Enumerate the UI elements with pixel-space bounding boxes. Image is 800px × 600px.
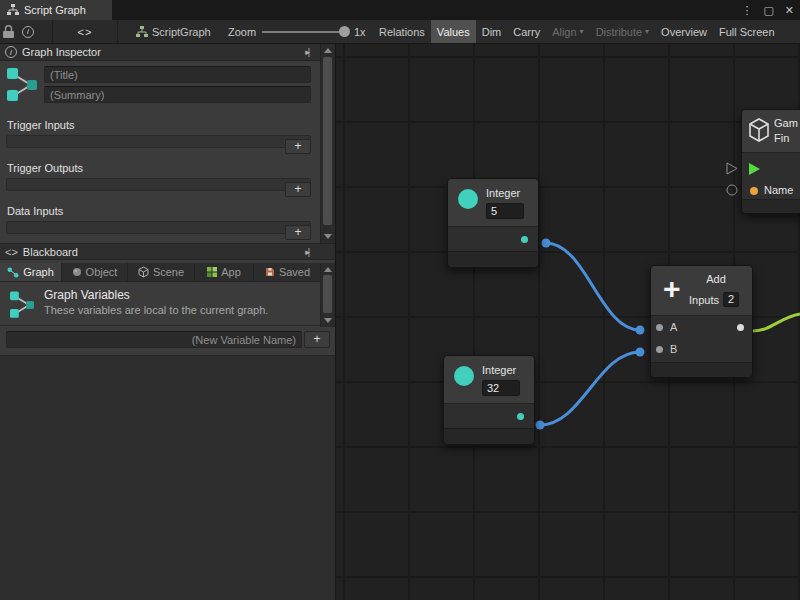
node-gameobject-find[interactable]: Gam Fin Name xyxy=(741,109,800,214)
window-menu-icon[interactable]: ⋮ xyxy=(741,4,752,17)
tab-app[interactable]: App xyxy=(195,263,254,281)
tab-object[interactable]: Object xyxy=(62,263,128,281)
port-row-b: B xyxy=(651,338,752,360)
inputs-count-field[interactable]: 2 xyxy=(723,292,739,307)
node-title-line2: Fin xyxy=(774,132,789,144)
inputs-label: Inputs xyxy=(689,294,719,306)
new-variable-add-button[interactable]: + xyxy=(304,331,330,348)
close-icon[interactable]: ✕ xyxy=(785,4,794,17)
data-inputs-list xyxy=(6,221,311,234)
dock-icon[interactable]: ▸| xyxy=(305,47,308,57)
zoom-value: 1x xyxy=(354,20,366,43)
graph-inspector-header: i Graph Inspector ▸| xyxy=(0,44,335,61)
data-inputs-add-button[interactable]: + xyxy=(285,225,311,240)
trigger-inputs-add-button[interactable]: + xyxy=(285,139,311,154)
scroll-up-icon[interactable] xyxy=(324,267,332,272)
node-integer-32[interactable]: Integer 32 xyxy=(443,355,535,445)
wire-endpoint[interactable] xyxy=(636,326,645,335)
title-bar: Script Graph ⋮ ▢ ✕ xyxy=(0,0,800,20)
node-add[interactable]: + Add Inputs 2 A B xyxy=(650,265,753,378)
graph-title-input[interactable] xyxy=(44,66,311,83)
tab-saved[interactable]: Saved xyxy=(254,263,321,281)
graph-variables-icon xyxy=(7,289,37,323)
output-port[interactable] xyxy=(737,324,744,331)
wire-endpoint[interactable] xyxy=(536,421,545,430)
trigger-inputs-label: Trigger Inputs xyxy=(7,119,74,131)
wire-endpoint[interactable] xyxy=(636,348,645,357)
name-input-port[interactable] xyxy=(750,187,758,195)
info-icon[interactable]: i xyxy=(22,20,34,43)
toolbar-button-fullscreen[interactable]: Full Screen xyxy=(713,20,781,43)
scroll-down-icon[interactable] xyxy=(324,318,332,323)
output-port[interactable] xyxy=(521,236,528,243)
graph-variables-note: These variables are local to the current… xyxy=(44,304,268,316)
script-graph-icon xyxy=(7,4,19,16)
dock-icon[interactable]: ▸| xyxy=(305,247,308,257)
integer-type-icon xyxy=(458,189,478,209)
graph-canvas[interactable]: Integer 5 Integer 32 + Add xyxy=(336,44,800,600)
chevron-down-icon: ▾ xyxy=(645,27,649,36)
scroll-up-icon[interactable] xyxy=(324,48,332,53)
toolbar-button-align[interactable]: Align ▾ xyxy=(546,20,589,43)
tab-title: Script Graph xyxy=(24,4,86,16)
blackboard-scrollbar[interactable] xyxy=(320,263,335,327)
node-integer-5[interactable]: Integer 5 xyxy=(447,178,539,268)
toolbar-button-carry[interactable]: Carry xyxy=(507,20,546,43)
node-title: Add xyxy=(695,273,737,285)
toolbar-button-dim[interactable]: Dim xyxy=(476,20,508,43)
toolbar-button-overview[interactable]: Overview xyxy=(655,20,713,43)
zoom-slider[interactable] xyxy=(262,20,350,43)
scrollbar-thumb[interactable] xyxy=(323,57,332,225)
data-inputs-label: Data Inputs xyxy=(7,205,63,217)
input-port-b[interactable] xyxy=(656,346,663,353)
maximize-icon[interactable]: ▢ xyxy=(763,4,773,17)
port-label: A xyxy=(670,321,677,333)
trigger-outputs-add-button[interactable]: + xyxy=(285,182,311,197)
trigger-connect-zone-icon[interactable] xyxy=(727,163,737,174)
graph-variables-title: Graph Variables xyxy=(44,288,130,302)
wire-int32-to-b[interactable] xyxy=(540,352,640,425)
port-label: B xyxy=(670,343,677,355)
wire-endpoint[interactable] xyxy=(542,239,551,248)
graph-inspector-title: Graph Inspector xyxy=(22,46,101,58)
tab-graph[interactable]: Graph xyxy=(0,263,62,281)
blackboard-header: <> Blackboard ▸| xyxy=(0,243,335,260)
node-title: Integer xyxy=(486,187,520,199)
trigger-input-port[interactable] xyxy=(749,163,760,175)
integer-value-field[interactable]: 32 xyxy=(482,380,520,396)
gameobject-cube-icon xyxy=(748,118,770,144)
scroll-down-icon[interactable] xyxy=(324,234,332,239)
app-tab-icon xyxy=(207,267,217,277)
node-title-line1: Gam xyxy=(774,117,798,129)
lock-icon[interactable] xyxy=(3,20,14,43)
saved-tab-icon xyxy=(265,267,275,277)
port-label: Name xyxy=(764,184,793,196)
scrollbar-thumb[interactable] xyxy=(323,275,332,313)
node-title: Integer xyxy=(482,364,516,376)
scriptgraph-asset-icon xyxy=(136,20,148,43)
edit-graph-button[interactable]: <> xyxy=(52,20,118,43)
input-port-a[interactable] xyxy=(656,324,663,331)
graph-asset-icon xyxy=(5,65,39,107)
port-row-a: A xyxy=(651,316,752,338)
graph-summary-input[interactable] xyxy=(44,86,311,103)
zoom-slider-handle[interactable] xyxy=(339,26,350,37)
toolbar-button-distribute[interactable]: Distribute ▾ xyxy=(590,20,655,43)
inspector-scrollbar[interactable] xyxy=(320,44,335,243)
new-variable-input[interactable] xyxy=(6,331,302,348)
blackboard-empty-area xyxy=(0,355,335,600)
trigger-outputs-label: Trigger Outputs xyxy=(7,162,83,174)
toolbar-button-values[interactable]: Values xyxy=(431,20,476,43)
toolbar-button-relations[interactable]: Relations xyxy=(373,20,431,43)
zoom-slider-track xyxy=(262,31,342,33)
wire-int5-to-a[interactable] xyxy=(546,243,640,330)
blackboard-icon: <> xyxy=(5,246,18,258)
integer-value-field[interactable]: 5 xyxy=(486,203,524,219)
object-tab-icon xyxy=(72,267,82,277)
output-port[interactable] xyxy=(517,413,524,420)
tab-script-graph[interactable]: Script Graph xyxy=(0,0,112,20)
value-connect-zone-icon[interactable] xyxy=(727,185,737,195)
tab-scene[interactable]: Scene xyxy=(128,263,195,281)
wire-add-output[interactable] xyxy=(752,314,800,331)
graph-tab-icon xyxy=(7,267,19,278)
